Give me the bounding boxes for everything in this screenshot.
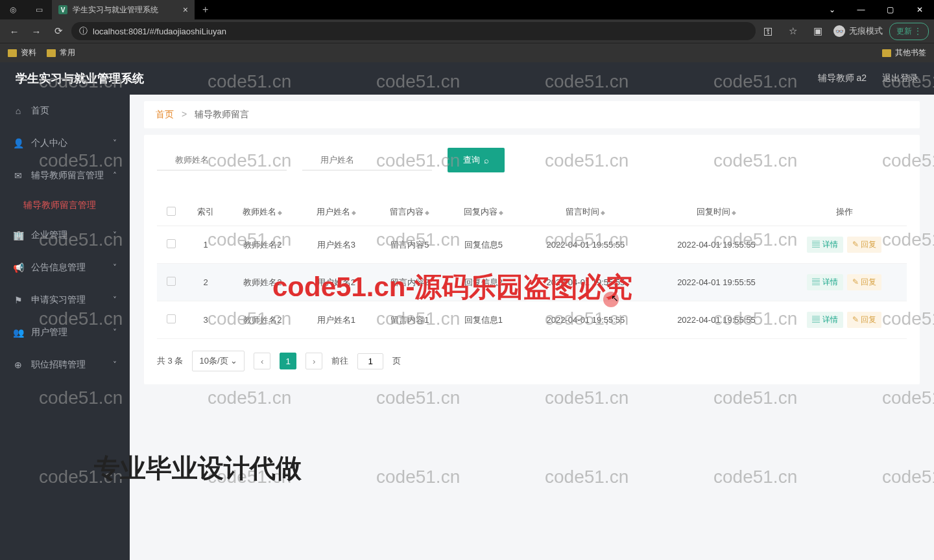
prev-page-button[interactable]: ‹ [254, 353, 270, 369]
current-user[interactable]: 辅导教师 a2 [818, 73, 867, 84]
cell-replytime: 2022-04-01 19:55:55 [651, 301, 782, 339]
new-tab-button[interactable]: + [195, 4, 216, 16]
sidebar-item-6[interactable]: ⚑申请实习管理˅ [0, 284, 130, 316]
browser-tab-inactive-1[interactable]: ◎ [0, 0, 26, 19]
breadcrumb-separator: > [182, 109, 187, 119]
goto-page-input[interactable] [357, 353, 383, 369]
next-page-button[interactable]: › [305, 353, 322, 369]
menu-icon: ✉ [13, 170, 23, 181]
sidebar-item-3[interactable]: 辅导教师留言管理 [0, 192, 130, 219]
page-size-select[interactable]: 10条/页 ⌄ [192, 351, 245, 371]
other-bookmarks[interactable]: 其他书签 [882, 47, 926, 58]
cell-replytime: 2022-04-01 19:55:55 [651, 226, 782, 264]
search-row: 查询⌕ [157, 148, 907, 172]
table-row[interactable]: 2教师姓名2用户姓名2留言内容2回复信息22022-04-01 19:55:55… [157, 264, 907, 301]
cell-msgtime: 2022-04-01 19:55:55 [520, 226, 651, 264]
reply-button[interactable]: ✎ 回复 [847, 237, 881, 253]
table-row[interactable]: 1教师姓名2用户姓名3留言内容5回复信息52022-04-01 19:55:55… [157, 226, 907, 264]
main-panel: 查询⌕ 索引 教师姓名◆ 用户姓名◆ 留言内容◆ 回复内容◆ 留言时间◆ 回复时… [144, 135, 920, 384]
search-icon: ⌕ [484, 156, 489, 165]
sidebar-item-5[interactable]: 📢公告信息管理˅ [0, 251, 130, 284]
cell-user: 用户姓名2 [300, 264, 374, 301]
sidebar-item-label: 申请实习管理 [31, 294, 86, 306]
cell-msg: 留言内容1 [373, 301, 447, 339]
cell-reply: 回复信息5 [447, 226, 521, 264]
sidebar-item-4[interactable]: 🏢企业管理˅ [0, 219, 130, 251]
reload-button[interactable]: ⟳ [49, 22, 67, 40]
menu-icon: 🏢 [13, 230, 23, 240]
table-row[interactable]: 3教师姓名2用户姓名1留言内容1回复信息12022-04-01 19:55:55… [157, 301, 907, 339]
col-teacher[interactable]: 教师姓名◆ [226, 198, 300, 226]
col-index: 索引 [186, 198, 226, 226]
folder-icon [47, 49, 56, 57]
sidebar-item-2[interactable]: ✉辅导教师留言管理˄ [0, 159, 130, 192]
browser-tab-inactive-2[interactable]: ▭ [26, 0, 52, 19]
browser-toolbar: ← → ⟳ ⓘ localhost:8081/#/fudaojiaoshiLiu… [0, 19, 934, 43]
sidebar: ⌂首页👤个人中心˅✉辅导教师留言管理˄辅导教师留言管理🏢企业管理˅📢公告信息管理… [0, 95, 130, 560]
select-all-checkbox[interactable] [167, 207, 176, 216]
user-name-input[interactable] [302, 150, 432, 170]
sidebar-item-8[interactable]: ⊕职位招聘管理˅ [0, 349, 130, 381]
star-icon[interactable]: ☆ [784, 22, 802, 40]
tab-title: 学生实习与就业管理系统 [73, 5, 158, 16]
address-bar[interactable]: ⓘ localhost:8081/#/fudaojiaoshiLiuyan [71, 22, 756, 40]
row-checkbox[interactable] [167, 277, 176, 286]
close-tab-icon[interactable]: × [183, 5, 188, 15]
row-checkbox[interactable] [167, 314, 176, 323]
cell-user: 用户姓名1 [300, 301, 374, 339]
cell-replytime: 2022-04-01 19:55:55 [651, 264, 782, 301]
sort-icon: ◆ [425, 209, 429, 216]
sidebar-item-0[interactable]: ⌂首页 [0, 95, 130, 127]
cell-teacher: 教师姓名2 [226, 301, 300, 339]
row-checkbox[interactable] [167, 239, 176, 248]
teacher-name-input[interactable] [157, 150, 287, 170]
reply-button[interactable]: ✎ 回复 [847, 312, 881, 328]
cell-msg: 留言内容2 [373, 264, 447, 301]
sidebar-item-label: 职位招聘管理 [31, 359, 86, 371]
key-icon[interactable]: ⚿ [760, 22, 778, 40]
page-1-button[interactable]: 1 [280, 353, 296, 369]
menu-icon: ⊕ [13, 360, 23, 370]
menu-icon: 👤 [13, 138, 23, 148]
data-table: 索引 教师姓名◆ 用户姓名◆ 留言内容◆ 回复内容◆ 留言时间◆ 回复时间◆ 操… [157, 198, 907, 339]
bookmark-folder-2[interactable]: 常用 [47, 47, 75, 58]
maximize-icon[interactable]: ▢ [876, 0, 905, 19]
total-count: 共 3 条 [157, 355, 183, 367]
update-button[interactable]: 更新 ⋮ [889, 23, 929, 40]
bookmark-folder-1[interactable]: 资料 [8, 47, 36, 58]
sidebar-item-7[interactable]: 👥用户管理˅ [0, 316, 130, 349]
cell-actions: ▤ 详情✎ 回复 [782, 301, 907, 339]
breadcrumb-home[interactable]: 首页 [156, 109, 174, 119]
cell-teacher: 教师姓名2 [226, 264, 300, 301]
app-header: 学生实习与就业管理系统 辅导教师 a2 退出登录 [0, 62, 934, 95]
browser-tab-active[interactable]: V 学生实习与就业管理系统 × [52, 0, 195, 19]
cell-msg: 留言内容5 [373, 226, 447, 264]
cursor-icon: ↖ [611, 293, 619, 303]
forward-button[interactable]: → [27, 22, 45, 40]
sidebar-item-label: 用户管理 [31, 327, 67, 338]
detail-button[interactable]: ▤ 详情 [807, 274, 843, 290]
col-user[interactable]: 用户姓名◆ [300, 198, 374, 226]
reply-button[interactable]: ✎ 回复 [847, 274, 881, 290]
detail-button[interactable]: ▤ 详情 [807, 237, 843, 253]
sidebar-item-label: 辅导教师留言管理 [31, 170, 104, 181]
col-msgtime[interactable]: 留言时间◆ [520, 198, 651, 226]
extensions-icon[interactable]: ▣ [809, 22, 827, 40]
back-button[interactable]: ← [5, 22, 23, 40]
folder-icon [882, 49, 891, 57]
sidebar-item-1[interactable]: 👤个人中心˅ [0, 127, 130, 159]
close-window-icon[interactable]: ✕ [905, 0, 934, 19]
sidebar-item-label: 企业管理 [31, 229, 67, 241]
menu-icon: 👥 [13, 327, 23, 338]
minimize-icon[interactable]: — [846, 0, 876, 19]
cell-reply: 回复信息1 [447, 301, 521, 339]
cell-user: 用户姓名3 [300, 226, 374, 264]
detail-button[interactable]: ▤ 详情 [807, 312, 843, 328]
col-replytime[interactable]: 回复时间◆ [651, 198, 782, 226]
col-msg[interactable]: 留言内容◆ [373, 198, 447, 226]
col-reply[interactable]: 回复内容◆ [447, 198, 521, 226]
logout-link[interactable]: 退出登录 [882, 73, 918, 84]
window-dropdown-icon[interactable]: ⌄ [817, 0, 846, 19]
app-title: 学生实习与就业管理系统 [16, 71, 144, 86]
query-button[interactable]: 查询⌕ [448, 148, 505, 172]
